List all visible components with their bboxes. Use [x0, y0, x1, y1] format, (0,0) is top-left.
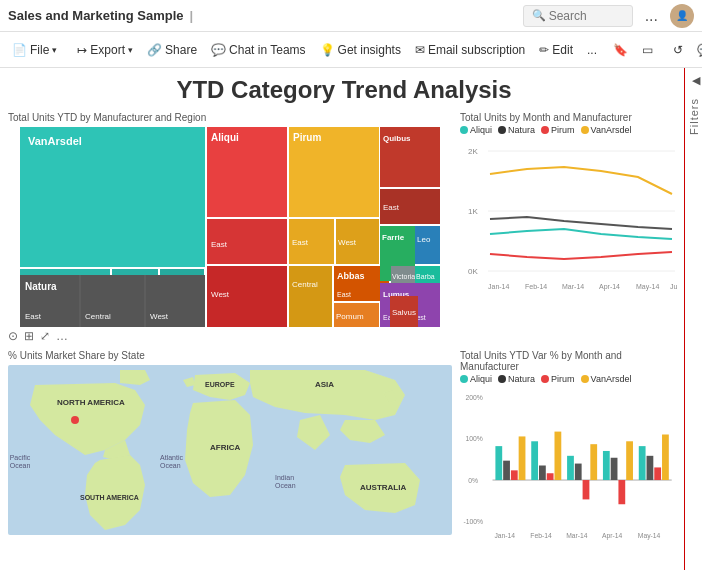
treemap-focus-icon[interactable]: ⊙: [8, 329, 18, 343]
filters-label: Filters: [688, 98, 700, 135]
bar-legend-dot-aliqui: [460, 375, 468, 383]
row-2: % Units Market Share by State: [8, 350, 680, 550]
svg-text:Mar-14: Mar-14: [566, 532, 588, 539]
svg-rect-92: [511, 470, 518, 480]
svg-text:Jan-14: Jan-14: [494, 532, 515, 539]
legend-label-aliqui: Aliqui: [470, 125, 492, 135]
title-bar-right: 🔍 ... 👤: [523, 4, 694, 28]
toolbar: 📄 File ▾ ↦ Export ▾ 🔗 Share 💬 Chat in Te…: [0, 32, 702, 68]
edit-button[interactable]: ✏ Edit: [533, 40, 579, 60]
toolbar-more-button[interactable]: ...: [581, 40, 603, 60]
svg-rect-28: [289, 266, 332, 327]
bar-legend-dot-natura: [498, 375, 506, 383]
svg-text:Ocean: Ocean: [160, 462, 181, 469]
bar-chart-title: Total Units YTD Var % by Month and Manuf…: [460, 350, 680, 372]
share-icon: 🔗: [147, 43, 162, 57]
bar-legend-item-vanarsdel: VanArsdel: [581, 374, 632, 384]
svg-text:Natura: Natura: [25, 281, 57, 292]
share-button[interactable]: 🔗 Share: [141, 40, 203, 60]
content-area: YTD Category Trend Analysis Total Units …: [0, 68, 702, 570]
svg-text:Leo: Leo: [417, 235, 431, 244]
bar-legend-item-aliqui: Aliqui: [460, 374, 492, 384]
avatar: 👤: [670, 4, 694, 28]
svg-rect-103: [611, 458, 618, 480]
map-container[interactable]: NORTH AMERICA EUROPE ASIA Pacific Ocean …: [8, 365, 452, 535]
svg-text:-100%: -100%: [463, 518, 483, 525]
svg-text:Farrie: Farrie: [382, 233, 405, 242]
svg-point-67: [71, 416, 79, 424]
svg-text:0K: 0K: [468, 267, 478, 276]
more-options-button[interactable]: ...: [641, 7, 662, 25]
svg-text:Ocean: Ocean: [275, 482, 296, 489]
search-box[interactable]: 🔍: [523, 5, 633, 27]
svg-text:Ju: Ju: [670, 283, 678, 290]
svg-rect-102: [603, 451, 610, 480]
title-separator: |: [190, 8, 194, 23]
svg-text:0%: 0%: [468, 477, 478, 484]
svg-text:Mar-14: Mar-14: [562, 283, 584, 290]
treemap-table-icon[interactable]: ⊞: [24, 329, 34, 343]
legend-dot-natura: [498, 126, 506, 134]
bar-legend-label-aliqui: Aliqui: [470, 374, 492, 384]
email-subscription-button[interactable]: ✉ Email subscription: [409, 40, 531, 60]
bar-legend-dot-vanarsdel: [581, 375, 589, 383]
line-chart-svg[interactable]: 2K 1K 0K Jan-14 Feb-14 Mar-14 Apr-14 May…: [460, 139, 680, 314]
insights-icon: 💡: [320, 43, 335, 57]
svg-rect-94: [531, 441, 538, 480]
svg-text:Feb-14: Feb-14: [525, 283, 547, 290]
svg-text:Indian: Indian: [275, 474, 294, 481]
svg-text:West: West: [211, 290, 230, 299]
legend-label-pirum: Pirum: [551, 125, 575, 135]
svg-text:East: East: [383, 203, 400, 212]
svg-text:May-14: May-14: [638, 532, 661, 540]
bar-legend-item-pirum: Pirum: [541, 374, 575, 384]
bar-legend-label-pirum: Pirum: [551, 374, 575, 384]
svg-text:Ocean: Ocean: [10, 462, 31, 469]
svg-text:AUSTRALIA: AUSTRALIA: [360, 483, 406, 492]
file-button[interactable]: 📄 File ▾: [6, 40, 63, 60]
svg-rect-90: [495, 446, 502, 480]
svg-text:East: East: [292, 238, 309, 247]
svg-text:ASIA: ASIA: [315, 380, 334, 389]
layout-button[interactable]: ▭: [636, 40, 659, 60]
filters-collapse-icon[interactable]: ◀: [692, 74, 700, 87]
legend-dot-vanarsdel: [581, 126, 589, 134]
svg-text:May-14: May-14: [636, 283, 659, 291]
comment-button[interactable]: 💬: [691, 40, 702, 60]
svg-text:Aliqui: Aliqui: [211, 132, 239, 143]
get-insights-button[interactable]: 💡 Get insights: [314, 40, 407, 60]
treemap-title: Total Units YTD by Manufacturer and Regi…: [8, 112, 452, 123]
svg-rect-105: [626, 441, 633, 480]
svg-text:1K: 1K: [468, 207, 478, 216]
svg-text:Barba: Barba: [416, 273, 435, 280]
bar-legend-label-vanarsdel: VanArsdel: [591, 374, 632, 384]
treemap-chart[interactable]: VanArsdel East Central West Natura: [8, 127, 452, 327]
bar-legend-item-natura: Natura: [498, 374, 535, 384]
filters-panel[interactable]: ◀ Filters: [684, 68, 702, 570]
chat-in-teams-button[interactable]: 💬 Chat in Teams: [205, 40, 311, 60]
svg-rect-95: [539, 466, 546, 481]
svg-text:2K: 2K: [468, 147, 478, 156]
svg-text:Pomum: Pomum: [336, 312, 364, 321]
svg-text:East: East: [25, 312, 42, 321]
svg-rect-109: [662, 435, 669, 481]
page-title: YTD Category Trend Analysis: [8, 76, 680, 104]
svg-text:West: West: [150, 312, 169, 321]
export-button[interactable]: ↦ Export ▾: [71, 40, 139, 60]
legend-label-vanarsdel: VanArsdel: [591, 125, 632, 135]
treemap-more-icon[interactable]: …: [56, 329, 68, 343]
svg-rect-0: [20, 127, 205, 267]
svg-rect-96: [547, 473, 554, 480]
bar-chart-svg[interactable]: 200% 100% 0% -100% Jan-14 Feb-14 Mar-14 …: [460, 388, 680, 543]
svg-rect-97: [555, 432, 562, 480]
refresh-button[interactable]: ↺: [667, 40, 689, 60]
search-input[interactable]: [549, 9, 629, 23]
title-bar: Sales and Marketing Sample | 🔍 ... 👤: [0, 0, 702, 32]
legend-item-pirum: Pirum: [541, 125, 575, 135]
treemap-expand-icon[interactable]: ⤢: [40, 329, 50, 343]
line-chart-legend: Aliqui Natura Pirum VanArsdel: [460, 125, 680, 135]
bookmark-button[interactable]: 🔖: [607, 40, 634, 60]
svg-rect-100: [583, 480, 590, 499]
svg-text:Atlantic: Atlantic: [160, 454, 183, 461]
title-bar-left: Sales and Marketing Sample |: [8, 8, 193, 23]
